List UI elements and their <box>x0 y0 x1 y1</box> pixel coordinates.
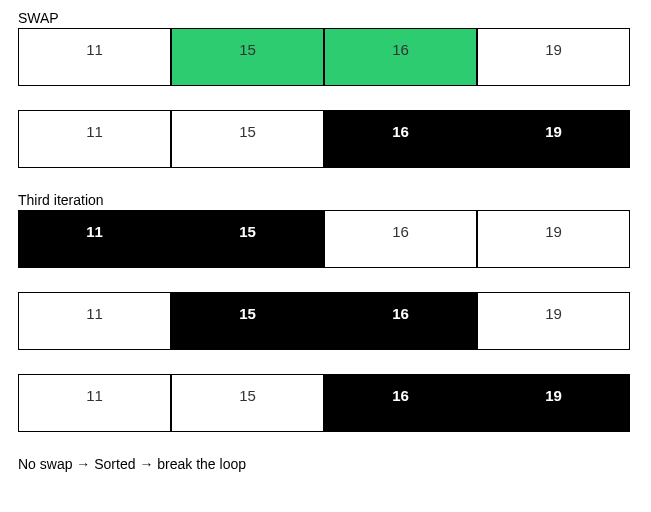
footer-label: No swap → Sorted → break the loop <box>18 456 633 472</box>
array-cell: 16 <box>324 210 477 268</box>
third-iteration-label: Third iteration <box>18 192 633 208</box>
array-cell: 19 <box>477 28 630 86</box>
array-cell: 19 <box>477 374 630 432</box>
array-cell: 19 <box>477 110 630 168</box>
array-cell: 16 <box>324 28 477 86</box>
array-cell: 15 <box>171 292 324 350</box>
array-cell: 16 <box>324 292 477 350</box>
swap-label: SWAP <box>18 10 633 26</box>
array-row: 11 15 16 19 <box>18 28 630 86</box>
array-row: 11 15 16 19 <box>18 374 630 432</box>
array-cell: 16 <box>324 374 477 432</box>
array-cell: 11 <box>18 374 171 432</box>
array-cell: 19 <box>477 210 630 268</box>
array-cell: 16 <box>324 110 477 168</box>
array-row: 11 15 16 19 <box>18 210 630 268</box>
array-row: 11 15 16 19 <box>18 292 630 350</box>
array-cell: 15 <box>171 28 324 86</box>
array-cell: 15 <box>171 110 324 168</box>
array-cell: 11 <box>18 210 171 268</box>
array-row: 11 15 16 19 <box>18 110 630 168</box>
array-cell: 15 <box>171 374 324 432</box>
array-cell: 11 <box>18 110 171 168</box>
array-cell: 11 <box>18 28 171 86</box>
array-cell: 19 <box>477 292 630 350</box>
array-cell: 15 <box>171 210 324 268</box>
array-cell: 11 <box>18 292 171 350</box>
